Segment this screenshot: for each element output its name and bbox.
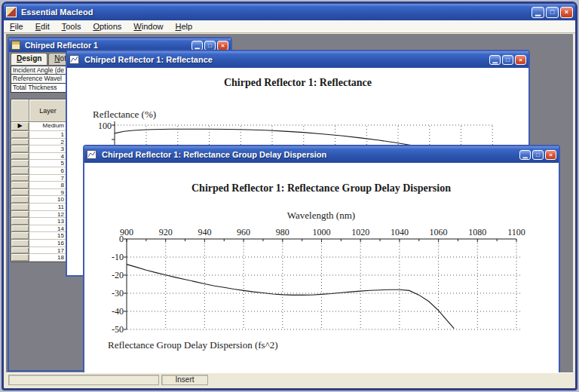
menu-item-tools[interactable]: Tools bbox=[56, 21, 87, 32]
menu-bar: FileEditToolsOptionsWindowHelp bbox=[4, 20, 575, 33]
mdi-area: Chirped Reflector 1 ▁□× DesignNotes Inci… bbox=[6, 34, 573, 372]
gdd-xtick-label: 1080 bbox=[468, 227, 486, 237]
gdd-xtick-label: 1020 bbox=[351, 227, 369, 237]
menu-item-options[interactable]: Options bbox=[87, 21, 127, 32]
maximize-button[interactable]: □ bbox=[546, 7, 559, 18]
main-titlebar[interactable]: Essential Macleod ▁□× bbox=[4, 4, 575, 20]
layer-cell[interactable]: 9 bbox=[29, 189, 67, 197]
gdd-ytick-label: 0 bbox=[119, 234, 124, 244]
corner-header-cell bbox=[11, 100, 29, 122]
layer-cell[interactable]: 16 bbox=[29, 240, 67, 247]
row-header-cell[interactable] bbox=[11, 145, 29, 153]
layer-cell[interactable]: 7 bbox=[29, 175, 67, 182]
gdd-xtick-label: 1000 bbox=[313, 227, 331, 237]
design-icon bbox=[11, 41, 20, 50]
layer-cell[interactable]: 10 bbox=[29, 196, 67, 204]
row-header-cell[interactable] bbox=[11, 153, 29, 161]
layer-cell[interactable]: 11 bbox=[29, 204, 67, 211]
gdd-xtick-label: 920 bbox=[159, 227, 173, 237]
gdd-ytick-label: -30 bbox=[112, 288, 124, 299]
maximize-button[interactable]: □ bbox=[204, 41, 216, 51]
current-row-marker: ▶ bbox=[11, 122, 29, 129]
gdd-ytick-label: -50 bbox=[112, 324, 124, 335]
layer-cell[interactable]: 18 bbox=[29, 254, 67, 262]
row-header-cell[interactable] bbox=[11, 182, 29, 189]
gdd-chart-title: Chirped Reflector 1: Reflectance Group D… bbox=[191, 182, 451, 194]
close-button[interactable]: × bbox=[545, 150, 556, 160]
menu-item-help[interactable]: Help bbox=[169, 21, 198, 32]
layer-cell[interactable]: 8 bbox=[29, 182, 67, 189]
layer-cell[interactable]: 5 bbox=[29, 160, 67, 167]
reflectance-chart-title: Chirped Reflector 1: Reflectance bbox=[224, 77, 372, 88]
layer-column-header: Layer bbox=[29, 100, 67, 122]
close-button[interactable]: × bbox=[217, 41, 228, 51]
layer-cell[interactable]: 6 bbox=[29, 167, 67, 175]
tab-design[interactable]: Design bbox=[11, 53, 47, 65]
gdd-window-title: Chirped Reflector 1: Reflectance Group D… bbox=[99, 150, 519, 159]
row-header-cell[interactable] bbox=[11, 211, 29, 219]
reflectance-titlebar[interactable]: Chirped Reflector 1: Reflectance ▁□× bbox=[67, 51, 528, 68]
minimize-button[interactable]: ▁ bbox=[532, 7, 544, 18]
maximize-button[interactable]: □ bbox=[502, 55, 513, 65]
status-message-panel bbox=[8, 375, 159, 385]
gdd-window: Chirped Reflector 1: Reflectance Group D… bbox=[83, 145, 560, 372]
layer-cell[interactable]: 12 bbox=[29, 211, 67, 219]
minimize-button[interactable]: ▁ bbox=[489, 55, 501, 65]
reflectance-ytick-100: 100 bbox=[98, 121, 112, 131]
row-header-cell[interactable] bbox=[11, 204, 29, 211]
layer-cell[interactable]: 15 bbox=[29, 232, 67, 240]
layer-cell[interactable]: 13 bbox=[29, 218, 67, 225]
row-header-cell[interactable] bbox=[11, 196, 29, 204]
menu-item-edit[interactable]: Edit bbox=[29, 21, 56, 32]
gdd-ytick-label: -20 bbox=[112, 270, 124, 280]
gdd-chart-body: Chirped Reflector 1: Reflectance Group D… bbox=[84, 163, 559, 372]
status-bar: Insert bbox=[6, 372, 573, 386]
menu-item-file[interactable]: File bbox=[4, 21, 29, 32]
gdd-xtick-label: 1040 bbox=[391, 227, 409, 237]
gdd-xtick-label: 960 bbox=[237, 227, 250, 237]
row-header-cell[interactable] bbox=[11, 247, 29, 255]
row-header-cell[interactable] bbox=[11, 160, 29, 167]
gdd-x-axis-label: Wavelength (nm) bbox=[287, 210, 355, 221]
row-header-cell[interactable] bbox=[11, 218, 29, 225]
gdd-y-axis-label: Reflectance Group Delay Dispersion (fs^2… bbox=[108, 339, 278, 351]
row-header-cell[interactable] bbox=[11, 139, 29, 146]
layer-cell[interactable]: 1 bbox=[29, 131, 67, 139]
layer-cell[interactable]: 2 bbox=[29, 139, 67, 146]
gdd-xtick-label: 1100 bbox=[507, 227, 525, 237]
reflectance-y-axis-label: Reflectance (%) bbox=[93, 109, 156, 120]
app-icon bbox=[6, 7, 17, 17]
row-header-cell[interactable] bbox=[11, 189, 29, 197]
layer-cell[interactable]: 17 bbox=[29, 247, 67, 255]
menu-item-window[interactable]: Window bbox=[127, 21, 169, 32]
minimize-button[interactable]: ▁ bbox=[519, 150, 531, 160]
close-button[interactable]: × bbox=[515, 55, 526, 65]
gdd-chart-svg: Chirped Reflector 1: Reflectance Group D… bbox=[84, 163, 559, 372]
row-header-cell[interactable] bbox=[11, 175, 29, 182]
close-button[interactable]: × bbox=[560, 7, 573, 18]
layer-cell[interactable]: 14 bbox=[29, 225, 67, 233]
layer-cell[interactable]: 4 bbox=[29, 153, 67, 161]
layer-cell[interactable]: 3 bbox=[29, 145, 67, 153]
row-header-cell[interactable] bbox=[11, 232, 29, 240]
gdd-ytick-label: -40 bbox=[112, 306, 124, 317]
row-header-cell[interactable] bbox=[11, 254, 29, 262]
chart-icon bbox=[87, 150, 96, 159]
minimize-button[interactable]: ▁ bbox=[191, 41, 203, 51]
status-mode-panel: Insert bbox=[161, 375, 208, 385]
main-window: Essential Macleod ▁□× FileEditToolsOptio… bbox=[2, 2, 577, 390]
chart-icon bbox=[69, 55, 79, 64]
gdd-xtick-label: 940 bbox=[198, 227, 211, 237]
row-header-cell[interactable] bbox=[11, 225, 29, 233]
maximize-button[interactable]: □ bbox=[532, 150, 544, 160]
layer-cell[interactable]: Medium bbox=[29, 122, 67, 131]
row-header-cell[interactable] bbox=[11, 131, 29, 139]
gdd-titlebar[interactable]: Chirped Reflector 1: Reflectance Group D… bbox=[84, 146, 559, 163]
row-header-cell[interactable] bbox=[11, 240, 29, 247]
gdd-ytick-label: -10 bbox=[112, 252, 124, 262]
design-title: Chirped Reflector 1 bbox=[22, 41, 191, 50]
gdd-xtick-label: 1060 bbox=[430, 227, 448, 237]
row-header-cell[interactable]: ▶ bbox=[11, 122, 29, 131]
gdd-xtick-label: 980 bbox=[276, 227, 290, 237]
row-header-cell[interactable] bbox=[11, 167, 29, 175]
